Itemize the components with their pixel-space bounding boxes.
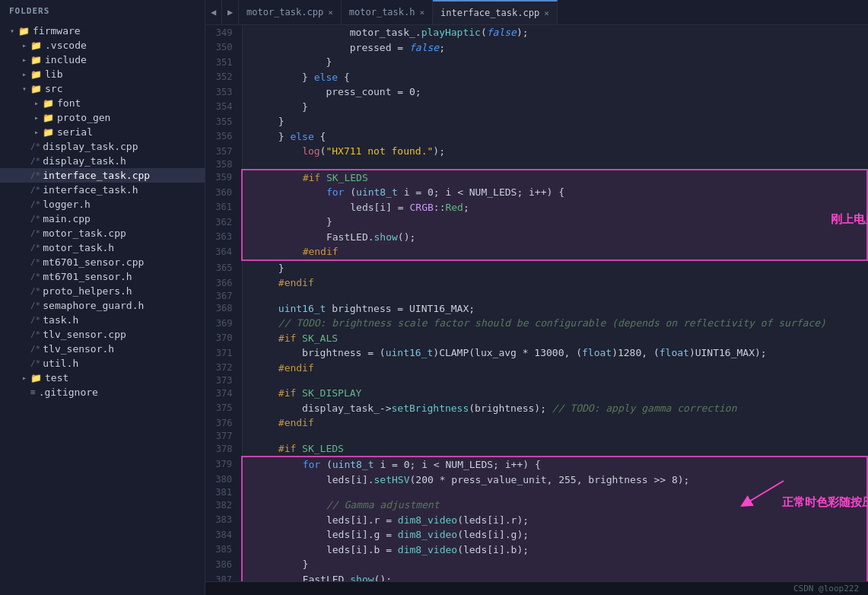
- code-line-378: 378 #if SK_LEDS: [205, 441, 867, 457]
- code-line-382: 382 // Gamma adjustment: [205, 498, 867, 513]
- tab-close-icon[interactable]: ×: [544, 8, 549, 18]
- tab-motor_task_h[interactable]: motor_task.h×: [342, 0, 433, 24]
- line-code[interactable]: pressed = false;: [242, 40, 867, 56]
- line-code[interactable]: motor_task_.playHaptic(false);: [242, 25, 867, 40]
- line-code[interactable]: display_task_->setBrightness(brightness)…: [242, 401, 867, 416]
- line-code[interactable]: }: [242, 557, 867, 572]
- line-code[interactable]: leds[i].r = dim8_video(leds[i].r);: [242, 513, 867, 528]
- line-code[interactable]: } else {: [242, 70, 867, 85]
- tree-label: firmware: [33, 25, 81, 37]
- main-panel: ◀ ▶ motor_task.cpp×motor_task.h×interfac…: [205, 0, 868, 595]
- code-line-385: 385 leds[i].b = dim8_video(leds[i].b);: [205, 542, 867, 558]
- code-area[interactable]: 349 motor_task_.playHaptic(false);350 pr…: [205, 25, 868, 581]
- line-code[interactable]: [242, 431, 867, 441]
- sidebar-item-util.h[interactable]: /*util.h: [0, 356, 205, 371]
- tree-label: interface_task.cpp: [43, 170, 150, 181]
- line-code[interactable]: }: [242, 100, 867, 115]
- line-code[interactable]: [242, 487, 867, 498]
- line-code[interactable]: [242, 159, 867, 170]
- code-line-374: 374 #if SK_DISPLAY: [205, 386, 867, 401]
- sidebar-item-display_task.cpp[interactable]: /*display_task.cpp: [0, 139, 205, 154]
- code-line-363: 363 FastLED.show();: [205, 230, 867, 245]
- tree-label: include: [45, 54, 87, 65]
- line-code[interactable]: leds[i].g = dim8_video(leds[i].g);: [242, 527, 867, 542]
- sidebar-item-motor_task.cpp[interactable]: /*motor_task.cpp: [0, 226, 205, 240]
- sidebar-item-main.cpp[interactable]: /*main.cpp: [0, 212, 205, 226]
- sidebar-item-logger.h[interactable]: /*logger.h: [0, 197, 205, 212]
- sidebar-item-semaphore_guard.h[interactable]: /*semaphore_guard.h: [0, 298, 205, 313]
- sidebar-item-motor_task.h[interactable]: /*motor_task.h: [0, 240, 205, 255]
- sidebar-item-lib[interactable]: ▸📁lib: [0, 67, 205, 81]
- folder-icon: 📁: [43, 113, 54, 123]
- line-number: 359: [205, 170, 242, 186]
- line-code[interactable]: brightness = (uint16_t)CLAMP(lux_avg * 1…: [242, 345, 867, 361]
- sidebar-item-test[interactable]: ▸📁test: [0, 371, 205, 385]
- tabs-container: motor_task.cpp×motor_task.h×interface_ta…: [239, 0, 868, 24]
- line-code[interactable]: [242, 375, 867, 386]
- sidebar-item-tlv_sensor.h[interactable]: /*tlv_sensor.h: [0, 342, 205, 356]
- sidebar-item-interface_task.cpp[interactable]: /*interface_task.cpp: [0, 168, 205, 183]
- tab-close-icon[interactable]: ×: [328, 8, 333, 18]
- line-code[interactable]: #if SK_LEDS: [242, 170, 867, 186]
- line-code[interactable]: log("HX711 not found.");: [242, 144, 867, 159]
- sidebar-item-gitignore[interactable]: ≡.gitignore: [0, 385, 205, 399]
- sidebar-item-display_task.h[interactable]: /*display_task.h: [0, 154, 205, 168]
- line-number: 367: [205, 291, 242, 301]
- line-code[interactable]: FastLED.show();: [242, 572, 867, 582]
- line-number: 383: [205, 513, 242, 528]
- line-code[interactable]: #if SK_DISPLAY: [242, 386, 867, 401]
- line-code[interactable]: #if SK_LEDS: [242, 441, 867, 457]
- line-code[interactable]: uint16_t brightness = UINT16_MAX;: [242, 301, 867, 317]
- line-code[interactable]: #endif: [242, 415, 867, 431]
- line-code[interactable]: press_count = 0;: [242, 84, 867, 100]
- tree-label: display_task.cpp: [43, 141, 138, 152]
- line-code[interactable]: for (uint8_t i = 0; i < NUM_LEDS; i++) {: [242, 185, 867, 200]
- line-code[interactable]: leds[i] = CRGB::Red;: [242, 200, 867, 215]
- line-code[interactable]: // TODO: brightness scale factor should …: [242, 316, 867, 331]
- line-code[interactable]: // Gamma adjustment: [242, 498, 867, 513]
- line-code[interactable]: #endif: [242, 244, 867, 260]
- sidebar-item-firmware[interactable]: ▾📁firmware: [0, 24, 205, 38]
- line-code[interactable]: for (uint8_t i = 0; i < NUM_LEDS; i++) {: [242, 457, 867, 473]
- tab-nav-forward[interactable]: ▶: [222, 0, 239, 24]
- line-code[interactable]: leds[i].b = dim8_video(leds[i].b);: [242, 542, 867, 558]
- line-code[interactable]: #if SK_ALS: [242, 331, 867, 346]
- sidebar-item-proto_gen[interactable]: ▸📁proto_gen: [0, 110, 205, 125]
- line-code[interactable]: #endif: [242, 361, 867, 376]
- tab-close-icon[interactable]: ×: [419, 8, 424, 18]
- line-number: 361: [205, 200, 242, 215]
- sidebar-item-mt6701_sensor.cpp[interactable]: /*mt6701_sensor.cpp: [0, 255, 205, 269]
- line-code[interactable]: }: [242, 114, 867, 129]
- code-line-379: 379 for (uint8_t i = 0; i < NUM_LEDS; i+…: [205, 457, 867, 473]
- line-code[interactable]: }: [242, 260, 867, 276]
- line-number: 352: [205, 70, 242, 85]
- sidebar-item-src[interactable]: ▾📁src: [0, 81, 205, 96]
- sidebar-item-serial[interactable]: ▸📁serial: [0, 125, 205, 139]
- sidebar-item-interface_task.h[interactable]: /*interface_task.h: [0, 183, 205, 197]
- tree-label: main.cpp: [43, 213, 91, 224]
- tab-motor_task_cpp[interactable]: motor_task.cpp×: [239, 0, 342, 24]
- line-number: 349: [205, 25, 242, 40]
- sidebar-item-proto_helpers.h[interactable]: /*proto_helpers.h: [0, 284, 205, 298]
- line-code[interactable]: } else {: [242, 129, 867, 145]
- line-number: 386: [205, 557, 242, 572]
- line-code[interactable]: }: [242, 215, 867, 230]
- folder-icon: 📁: [43, 127, 54, 138]
- tree-label: proto_helpers.h: [43, 285, 132, 297]
- sidebar-item-vscode[interactable]: ▸📁.vscode: [0, 38, 205, 52]
- tree-label: src: [45, 83, 62, 94]
- line-code[interactable]: FastLED.show();: [242, 230, 867, 245]
- line-code[interactable]: }: [242, 55, 867, 70]
- sidebar-item-font[interactable]: ▸📁font: [0, 96, 205, 110]
- sidebar-item-tlv_sensor.cpp[interactable]: /*tlv_sensor.cpp: [0, 327, 205, 342]
- sidebar-item-task.h[interactable]: /*task.h: [0, 313, 205, 327]
- line-number: 366: [205, 275, 242, 291]
- sidebar-item-include[interactable]: ▸📁include: [0, 52, 205, 67]
- line-code[interactable]: [242, 291, 867, 301]
- tab-nav-back[interactable]: ◀: [205, 0, 222, 24]
- line-code[interactable]: #endif: [242, 275, 867, 291]
- line-number: 369: [205, 316, 242, 331]
- tab-interface_task_cpp[interactable]: interface_task.cpp×: [433, 0, 558, 24]
- line-code[interactable]: leds[i].setHSV(200 * press_value_unit, 2…: [242, 473, 867, 488]
- sidebar-item-mt6701_sensor.h[interactable]: /*mt6701_sensor.h: [0, 269, 205, 284]
